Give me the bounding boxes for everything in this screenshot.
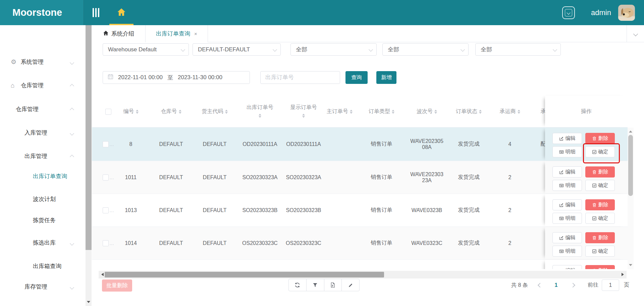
scroll-up-arrow-icon[interactable] <box>629 129 632 133</box>
sidebar-item-warehouse-mgmt[interactable]: ⌂仓库管理 <box>0 78 84 94</box>
scroll-down-arrow-icon[interactable] <box>629 264 632 268</box>
column-header[interactable]: 仓库号 <box>148 108 195 115</box>
row-checkbox[interactable]: … <box>103 240 114 246</box>
detail-button[interactable]: 明细 <box>552 213 582 224</box>
sort-carets-icon[interactable] <box>225 108 228 115</box>
column-header[interactable]: 波次号 <box>406 108 448 115</box>
row-checkbox[interactable]: … <box>103 207 114 213</box>
edit-button[interactable]: 编辑 <box>552 265 582 269</box>
refresh-icon[interactable] <box>289 279 306 291</box>
confirm-button[interactable]: 确定 <box>585 213 615 224</box>
table-row[interactable]: …1011DEFAULTDEFAULTSO20230323ASO20230323… <box>92 161 628 194</box>
delete-button[interactable]: 删除 <box>585 133 615 144</box>
next-page-button[interactable] <box>569 279 577 291</box>
filter-select-1[interactable]: 全部 <box>290 43 377 56</box>
sidebar-item-system-mgmt[interactable]: ⚙系统管理 <box>0 54 84 70</box>
horizontal-scrollbar[interactable] <box>99 271 627 278</box>
goto-page-input[interactable] <box>602 279 619 291</box>
scroll-left-arrow-icon[interactable] <box>100 273 104 276</box>
tab-system-intro[interactable]: 系统介绍 <box>92 25 146 42</box>
sidebar-item-picking-task[interactable]: 拣货任务 <box>0 212 84 228</box>
column-header[interactable]: 显示订单号 <box>285 104 322 119</box>
column-header[interactable]: 承 <box>530 108 545 115</box>
query-button[interactable]: 查询 <box>345 71 368 84</box>
filter-select-3[interactable]: 全部 <box>475 43 561 56</box>
prev-page-button[interactable] <box>536 279 544 291</box>
detail-button[interactable]: 明细 <box>552 146 582 157</box>
table-vertical-scrollbar[interactable] <box>628 128 634 269</box>
tab-overflow-chevron[interactable] <box>627 25 644 42</box>
confirm-button[interactable]: 确定 <box>585 246 615 257</box>
scroll-down-arrow-icon[interactable] <box>86 300 92 306</box>
sidebar-item-pick-outbound[interactable]: 拣选出库 <box>0 235 84 251</box>
delete-button[interactable]: 删除 <box>585 199 615 210</box>
sidebar-toggle-icon[interactable] <box>93 8 101 17</box>
date-end[interactable]: 2023-11-30 00:00 <box>178 74 222 81</box>
sidebar-item-wave-plan[interactable]: 波次计划 <box>0 191 84 207</box>
column-header[interactable]: 订单类型 <box>357 108 406 115</box>
confirm-button[interactable]: 确定 <box>585 180 615 191</box>
edit-button[interactable]: 编辑 <box>552 232 582 243</box>
sort-carets-icon[interactable] <box>350 108 353 115</box>
table-row[interactable]: …1013DEFAULTDEFAULTSO20230323BSO20230323… <box>92 194 628 227</box>
sidebar-scrollbar-thumb[interactable] <box>86 25 92 250</box>
sort-carets-icon[interactable] <box>434 108 437 115</box>
home-nav-item[interactable] <box>109 0 133 25</box>
edit-button[interactable]: 编辑 <box>552 166 582 177</box>
horizontal-scrollbar-thumb[interactable] <box>105 272 384 277</box>
confirm-button[interactable]: 确定 <box>585 146 615 157</box>
sidebar-item-inbound-mgmt[interactable]: 入库管理 <box>0 125 84 141</box>
select-all-checkbox[interactable] <box>103 109 114 115</box>
delete-button[interactable]: 删除 <box>585 232 615 243</box>
sort-carets-icon[interactable] <box>302 112 305 119</box>
sidebar-item-inventory-mgmt[interactable]: 库存管理 <box>0 279 84 295</box>
sort-carets-icon[interactable] <box>518 108 520 115</box>
detail-button[interactable]: 明细 <box>552 246 582 257</box>
column-header[interactable]: 编号 <box>114 108 148 115</box>
sidebar-item-outbound-box-query[interactable]: 出库箱查询 <box>0 258 84 274</box>
sidebar-scrollbar[interactable] <box>86 25 92 306</box>
warehouse-select[interactable]: Warehouse Default <box>103 43 189 56</box>
close-tab-icon[interactable]: × <box>194 31 197 37</box>
table-row[interactable]: 编辑删除明细确定 <box>92 260 628 269</box>
filter-funnel-icon[interactable] <box>306 279 324 291</box>
sort-carets-icon[interactable] <box>392 108 394 115</box>
tab-outbound-order-query[interactable]: 出库订单查询 × <box>146 25 208 42</box>
add-button[interactable]: 新增 <box>376 71 396 84</box>
delete-button[interactable]: 删除 <box>585 166 615 177</box>
page-number[interactable]: 1 <box>552 279 560 291</box>
edit-pen-icon[interactable] <box>341 279 359 291</box>
sidebar-item-warehouse-mgmt-sub[interactable]: 仓库管理 <box>0 101 84 117</box>
sidebar-item-outbound-mgmt[interactable]: 出库管理 <box>0 148 84 164</box>
column-header[interactable]: 主订单号 <box>322 108 357 115</box>
date-range-picker[interactable]: 2022-11-01 00:00 至 2023-11-30 00:00 <box>103 71 250 84</box>
sort-carets-icon[interactable] <box>479 108 482 115</box>
row-checkbox[interactable]: … <box>103 174 114 181</box>
column-header[interactable]: 订单状态 <box>448 108 490 115</box>
sort-carets-icon[interactable] <box>179 108 181 115</box>
user-name[interactable]: admin <box>591 0 611 25</box>
avatar[interactable] <box>618 5 635 21</box>
column-header[interactable]: 承运商 <box>490 108 530 115</box>
column-header[interactable]: 货主代码 <box>195 108 235 115</box>
table-row[interactable]: …8DEFAULTDEFAULTOD20230111AOD20230111A销售… <box>92 128 628 161</box>
export-excel-icon[interactable] <box>324 279 342 291</box>
sidebar-item-outbound-order-query[interactable]: 出库订单查询 <box>0 168 84 185</box>
delete-button[interactable]: 删除 <box>585 265 615 269</box>
outbound-order-no-input[interactable] <box>260 71 340 84</box>
edit-button[interactable]: 编辑 <box>552 133 582 144</box>
filter-select-2[interactable]: 全部 <box>382 43 469 56</box>
sidebar-item-report-mgmt[interactable]: 报表管理 <box>0 302 84 306</box>
date-start[interactable]: 2022-11-01 00:00 <box>118 74 163 81</box>
sort-carets-icon[interactable] <box>136 108 139 115</box>
table-row[interactable]: …1014DEFAULTDEFAULTOS20230323COS20230323… <box>92 227 628 260</box>
layout-size-dropdown-button[interactable] <box>562 6 575 19</box>
owner-select[interactable]: DEFAULT-DEFAULT <box>193 43 281 56</box>
table-scrollbar-thumb[interactable] <box>628 135 633 196</box>
detail-button[interactable]: 明细 <box>552 180 582 191</box>
column-header[interactable]: 出库订单号 <box>235 104 285 119</box>
sort-carets-icon[interactable] <box>259 112 261 119</box>
row-checkbox[interactable]: … <box>103 141 114 147</box>
edit-button[interactable]: 编辑 <box>552 199 582 210</box>
scroll-right-arrow-icon[interactable] <box>622 273 626 276</box>
